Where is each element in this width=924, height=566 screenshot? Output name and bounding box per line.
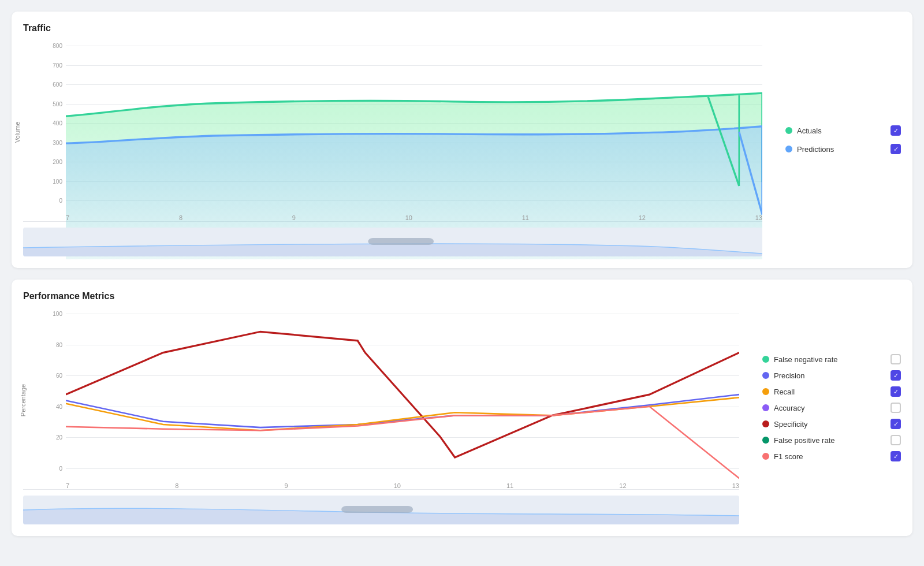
false-neg-rate-dot [762, 356, 769, 363]
f1-score-dot [762, 453, 769, 460]
recall-checkbox[interactable]: ✓ [891, 386, 901, 397]
recall-label: Recall [774, 388, 795, 396]
precision-checkbox[interactable]: ✓ [891, 370, 901, 381]
performance-x-axis: 7 8 9 10 11 12 13 [66, 473, 739, 489]
accuracy-label: Accuracy [774, 404, 804, 412]
legend-specificity: Specificity ✓ [762, 419, 901, 429]
false-neg-rate-label: False negative rate [774, 355, 838, 364]
page-wrapper: Traffic Volume 800 700 600 500 400 300 2… [12, 12, 912, 536]
traffic-x-axis: 7 8 9 10 11 12 13 [66, 205, 762, 221]
legend-recall: Recall ✓ [762, 386, 901, 397]
actuals-dot [785, 127, 792, 134]
performance-title: Performance Metrics [23, 291, 739, 301]
specificity-checkbox[interactable]: ✓ [891, 419, 901, 429]
svg-rect-1 [368, 238, 434, 245]
predictions-checkbox[interactable]: ✓ [891, 144, 901, 154]
legend-false-pos-rate: False positive rate [762, 435, 901, 445]
legend-f1-score: F1 score ✓ [762, 451, 901, 461]
false-pos-rate-dot [762, 437, 769, 444]
precision-dot [762, 372, 769, 379]
traffic-svg [66, 43, 762, 259]
traffic-legend: Actuals ✓ Predictions ✓ [774, 23, 901, 256]
legend-actuals: Actuals ✓ [785, 125, 901, 136]
performance-chart-area: Performance Metrics Percentage 100 80 60… [23, 291, 739, 524]
false-pos-rate-label: False positive rate [774, 436, 835, 445]
traffic-chart-area: Traffic Volume 800 700 600 500 400 300 2… [23, 23, 762, 256]
accuracy-checkbox[interactable] [891, 403, 901, 413]
traffic-mini-chart[interactable] [23, 228, 762, 256]
traffic-section: Traffic Volume 800 700 600 500 400 300 2… [12, 12, 912, 268]
specificity-dot [762, 420, 769, 427]
legend-false-neg-rate: False negative rate [762, 354, 901, 364]
false-neg-rate-checkbox[interactable] [891, 354, 901, 364]
svg-rect-3 [341, 506, 413, 513]
predictions-dot [785, 146, 792, 152]
legend-accuracy: Accuracy [762, 403, 901, 413]
f1-score-checkbox[interactable]: ✓ [891, 451, 901, 461]
performance-chart-container: Percentage 100 80 60 40 20 0 [23, 311, 739, 490]
performance-y-label: Percentage [20, 383, 27, 416]
performance-legend: False negative rate Precision ✓ Recall [751, 291, 901, 524]
false-pos-rate-checkbox[interactable] [891, 435, 901, 445]
precision-label: Precision [774, 371, 804, 380]
traffic-title: Traffic [23, 23, 762, 33]
actuals-label: Actuals [797, 126, 822, 135]
legend-predictions: Predictions ✓ [785, 144, 901, 154]
traffic-y-label: Volume [14, 121, 21, 143]
f1-score-label: F1 score [774, 452, 803, 461]
performance-section: Performance Metrics Percentage 100 80 60… [12, 280, 912, 536]
actuals-checkbox[interactable]: ✓ [891, 125, 901, 136]
traffic-chart-container: Volume 800 700 600 500 400 300 200 100 0 [23, 43, 762, 222]
performance-mini-chart[interactable] [23, 496, 739, 524]
specificity-label: Specificity [774, 420, 808, 429]
legend-precision: Precision ✓ [762, 370, 901, 381]
predictions-label: Predictions [797, 145, 834, 154]
recall-dot [762, 388, 769, 395]
accuracy-dot [762, 404, 769, 411]
